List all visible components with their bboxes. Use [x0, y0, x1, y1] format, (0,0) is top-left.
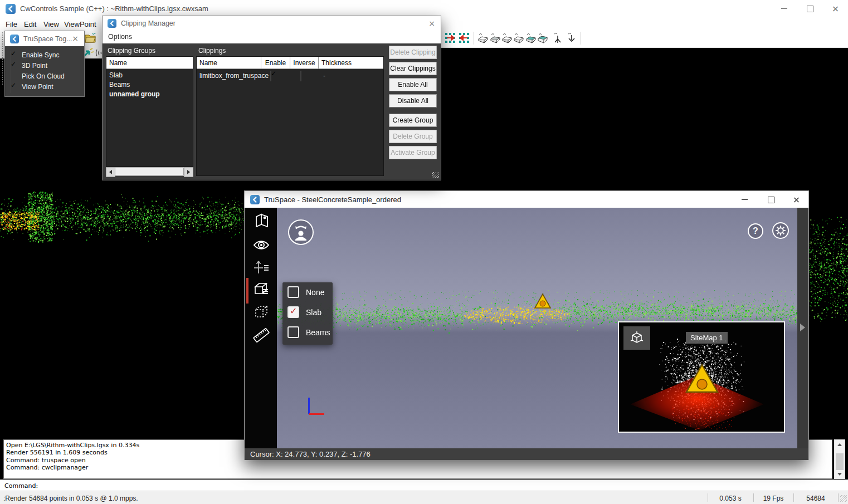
list-item-selected[interactable]: unnamed group: [106, 89, 193, 98]
grid-copy-left-icon[interactable]: [458, 32, 470, 44]
scroll-up-icon[interactable]: [835, 441, 844, 448]
minimize-button[interactable]: [772, 0, 797, 17]
limit-cube-icon[interactable]: [253, 304, 270, 320]
delete-group-button[interactable]: Delete Group: [389, 130, 437, 143]
popup-checkbox-slab[interactable]: [287, 306, 299, 318]
command-input[interactable]: Command:: [0, 479, 848, 491]
menu-file[interactable]: File: [6, 20, 17, 28]
close-button[interactable]: ×: [784, 191, 809, 208]
toolbar-separator: [474, 32, 474, 45]
eye-icon[interactable]: [253, 237, 270, 253]
active-tool-indicator: [246, 278, 248, 304]
maximize-button[interactable]: [797, 0, 822, 17]
list-item[interactable]: Slab: [106, 69, 193, 79]
clip-box-icon-5[interactable]: [525, 32, 537, 44]
activate-group-button[interactable]: Activate Group: [389, 146, 437, 159]
sitemap-cube-icon[interactable]: [623, 326, 650, 350]
popup-label-beams[interactable]: Beams: [306, 328, 330, 337]
scan-marks-icon[interactable]: [95, 48, 102, 58]
app-logo-icon: [10, 35, 19, 43]
enable-all-button[interactable]: Enable All: [389, 78, 437, 91]
menu-view[interactable]: View: [43, 20, 59, 28]
move-axis-icon[interactable]: [253, 258, 270, 275]
checkbox-view-point[interactable]: [10, 83, 11, 93]
scrollbar-thumb[interactable]: [836, 453, 844, 471]
close-icon[interactable]: ×: [70, 33, 81, 43]
menu-options[interactable]: Options: [108, 33, 132, 41]
grid-copy-right-icon[interactable]: [444, 32, 456, 44]
map-icon[interactable]: [253, 212, 270, 229]
toolbar-separator: [581, 32, 581, 45]
groups-horizontal-scrollbar[interactable]: [106, 167, 193, 176]
log-vertical-scrollbar[interactable]: [834, 439, 845, 479]
clippings-table[interactable]: Name Enable Inverse Thickness limitbox_f…: [196, 56, 384, 176]
close-button[interactable]: ×: [823, 0, 848, 17]
clip-box-icon-1[interactable]: [477, 32, 489, 44]
popup-label-none[interactable]: None: [306, 288, 324, 297]
popup-checkbox-beams[interactable]: [287, 326, 299, 338]
expand-arrow-icon[interactable]: [800, 324, 805, 331]
truspace-title: TruSpace - SteelConcreteSample_ordered: [264, 195, 401, 204]
clip-box-icon-6[interactable]: [537, 32, 549, 44]
clip-box-icon-3[interactable]: [501, 32, 513, 44]
clip-box-icon-2[interactable]: [489, 32, 501, 44]
ruler-icon[interactable]: [253, 327, 270, 344]
truspace-statusbar: Cursor: X: 24.773, Y: 0.237, Z: -1.776: [245, 448, 808, 460]
app-logo-icon: [250, 195, 260, 204]
maximize-button[interactable]: [758, 191, 783, 208]
table-row-inverse-checkbox[interactable]: [300, 71, 301, 81]
popup-label-slab[interactable]: Slab: [306, 308, 321, 317]
close-icon[interactable]: ×: [426, 18, 437, 28]
clipping-groups-list[interactable]: Name Slab Beams unnamed group: [106, 56, 193, 167]
delete-clipping-button[interactable]: Delete Clipping: [389, 46, 437, 59]
resize-grip[interactable]: [432, 172, 439, 178]
scroll-down-icon[interactable]: [835, 470, 844, 478]
tripod-pick-icon[interactable]: [552, 32, 564, 44]
scroll-right-icon[interactable]: [184, 167, 193, 177]
popup-checkbox-none[interactable]: [287, 286, 299, 298]
resize-grip[interactable]: [840, 495, 847, 502]
sync-arrow-icon[interactable]: [83, 48, 94, 58]
list-item[interactable]: Beams: [106, 79, 193, 89]
right-panel-strip: [797, 208, 808, 448]
clipping-manager-titlebar[interactable]: Clipping Manager ×: [103, 16, 441, 31]
column-header-thickness[interactable]: Thickness: [319, 57, 369, 68]
column-header-name[interactable]: Name: [197, 57, 261, 68]
sitemap-scan-marker[interactable]: [685, 363, 719, 396]
orbit-person-icon[interactable]: [288, 219, 314, 245]
axis-z-indicator: [308, 398, 310, 414]
truspace-window: TruSpace - SteelConcreteSample_ordered ×: [244, 190, 809, 460]
sitemap-label: SiteMap 1: [686, 332, 728, 344]
label-3d-point: 3D Point: [22, 62, 47, 70]
main-window-title: CwControls Sample (C++) : ~Rithm-withCli…: [20, 4, 208, 13]
checkbox-3d-point[interactable]: [10, 62, 11, 72]
scrollbar-thumb[interactable]: [115, 168, 184, 175]
truspace-titlebar[interactable]: TruSpace - SteelConcreteSample_ordered ×: [245, 191, 808, 208]
tog-dialog-titlebar[interactable]: TruSpace Tog... ×: [5, 31, 84, 46]
3d-viewport[interactable]: ? None Slab Beams: [277, 208, 797, 448]
scroll-left-icon[interactable]: [106, 167, 115, 177]
column-header-enable[interactable]: Enable: [261, 57, 290, 68]
clip-cube-icon[interactable]: [253, 280, 270, 297]
table-row-name[interactable]: limitbox_from_truspace: [199, 72, 269, 80]
help-icon[interactable]: ?: [748, 223, 763, 239]
open-file-icon[interactable]: [85, 32, 97, 44]
pick-down-icon[interactable]: [565, 32, 577, 44]
app-logo-icon: [108, 19, 116, 28]
settings-gear-icon[interactable]: [772, 222, 789, 239]
scan-position-marker[interactable]: [534, 293, 552, 311]
table-row-enable-checkbox[interactable]: [270, 71, 271, 81]
clip-box-icon-4[interactable]: [513, 32, 525, 44]
menu-viewpoint[interactable]: ViewPoint: [64, 20, 96, 28]
disable-all-button[interactable]: Disable All: [389, 94, 437, 107]
toolbar-grip[interactable]: [1, 32, 4, 85]
minimize-button[interactable]: [732, 191, 757, 208]
label-view-point: View Point: [22, 83, 53, 91]
column-header-inverse[interactable]: Inverse: [290, 57, 319, 68]
sitemap-panel[interactable]: SiteMap 1: [618, 321, 785, 433]
create-group-button[interactable]: Create Group: [389, 114, 437, 127]
table-row-thickness: -: [323, 72, 325, 80]
menu-edit[interactable]: Edit: [24, 20, 36, 28]
truspace-sidebar: [245, 208, 277, 448]
clear-clippings-button[interactable]: Clear Clippings: [389, 62, 437, 75]
